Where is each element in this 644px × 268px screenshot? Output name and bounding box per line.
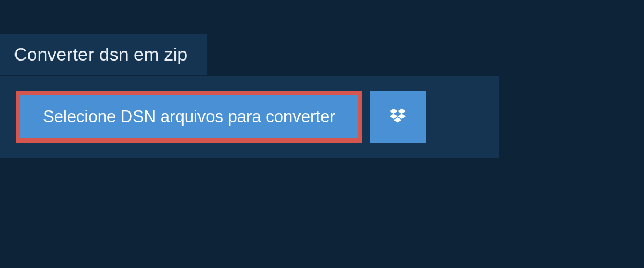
tab-converter[interactable]: Converter dsn em zip [0,34,207,75]
select-files-label: Selecione DSN arquivos para converter [43,107,335,126]
button-row: Selecione DSN arquivos para converter [16,91,483,143]
select-files-button[interactable]: Selecione DSN arquivos para converter [20,95,358,138]
select-button-highlight: Selecione DSN arquivos para converter [16,91,362,143]
converter-panel: Selecione DSN arquivos para converter [0,76,499,158]
dropbox-icon [387,107,408,127]
tab-label: Converter dsn em zip [14,44,187,64]
dropbox-upload-button[interactable] [370,91,426,143]
